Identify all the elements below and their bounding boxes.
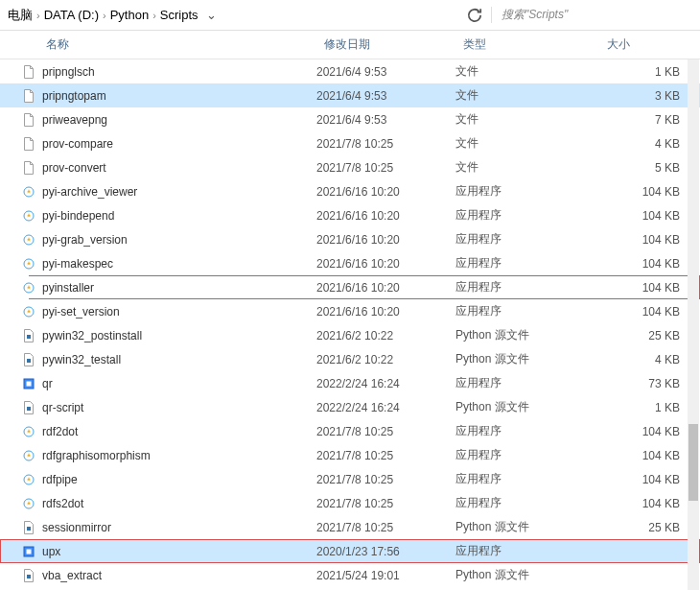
file-date: 2021/6/16 10:20 xyxy=(316,257,455,271)
file-row[interactable]: pripnglsch2021/6/4 9:53文件1 KB xyxy=(0,59,700,83)
file-row[interactable]: prov-compare2021/7/8 10:25文件4 KB xyxy=(0,131,700,155)
file-size: 104 KB xyxy=(599,497,686,510)
file-row[interactable]: qr2022/2/24 16:24应用程序73 KB xyxy=(0,371,700,395)
chevron-right-icon: › xyxy=(152,10,156,21)
breadcrumb-crumb[interactable]: 电脑 xyxy=(8,7,33,24)
file-size: 104 KB xyxy=(599,233,686,247)
file-row[interactable]: prov-convert2021/7/8 10:25文件5 KB xyxy=(0,155,700,179)
breadcrumb-crumb[interactable]: DATA (D:) xyxy=(44,8,99,22)
file-size: 104 KB xyxy=(599,305,686,319)
address-bar: 电脑 › DATA (D:) › Python › Scripts ⌄ 搜索"S… xyxy=(0,0,700,31)
file-type: 应用程序 xyxy=(455,471,599,487)
breadcrumb-dropdown-icon[interactable]: ⌄ xyxy=(206,8,217,22)
file-name: pyi-grab_version xyxy=(38,233,316,247)
file-size: 4 KB xyxy=(599,353,686,366)
file-date: 2021/6/16 10:20 xyxy=(316,209,455,223)
file-row[interactable]: qr-script2022/2/24 16:24Python 源文件1 KB xyxy=(0,395,700,419)
box-icon xyxy=(21,376,36,391)
file-type: 应用程序 xyxy=(455,207,599,224)
file-row[interactable]: rdfpipe2021/7/8 10:25应用程序104 KB xyxy=(0,467,700,491)
app-icon xyxy=(21,424,36,439)
file-type: 应用程序 xyxy=(455,447,599,463)
file-name: sessionmirror xyxy=(38,521,316,534)
file-row[interactable]: sessionmirror2021/7/8 10:25Python 源文件25 … xyxy=(0,515,700,539)
col-date[interactable]: 修改日期 xyxy=(316,36,455,53)
file-row[interactable]: upx2020/1/23 17:56应用程序 xyxy=(0,539,700,563)
box-icon xyxy=(21,544,36,559)
file-row[interactable]: pyi-grab_version2021/6/16 10:20应用程序104 K… xyxy=(0,227,700,251)
file-name: pywin32_postinstall xyxy=(38,329,316,342)
file-row[interactable]: pywin32_testall2021/6/2 10:22Python 源文件4… xyxy=(0,347,700,371)
app-icon xyxy=(21,232,36,248)
app-icon xyxy=(21,256,36,271)
file-type: Python 源文件 xyxy=(455,399,599,415)
file-row[interactable]: vba_extract2021/5/24 19:01Python 源文件 xyxy=(0,563,700,587)
file-row[interactable]: pripngtopam2021/6/4 9:53文件3 KB xyxy=(0,83,700,107)
file-name: pripnglsch xyxy=(38,65,316,79)
app-icon xyxy=(21,448,36,463)
file-type: 文件 xyxy=(455,111,599,128)
file-type: 文件 xyxy=(455,135,599,152)
file-row[interactable]: pywin32_postinstall2021/6/2 10:22Python … xyxy=(0,323,700,347)
refresh-button[interactable] xyxy=(464,5,485,26)
file-size: 3 KB xyxy=(599,89,686,103)
file-row[interactable]: pyi-makespec2021/6/16 10:20应用程序104 KB xyxy=(0,251,700,275)
file-name: vba_extract xyxy=(38,569,316,582)
file-type: 应用程序 xyxy=(455,375,599,391)
file-date: 2021/7/8 10:25 xyxy=(316,449,455,462)
app-icon xyxy=(21,304,36,319)
file-date: 2021/7/8 10:25 xyxy=(316,497,455,510)
file-date: 2020/1/23 17:56 xyxy=(316,545,455,558)
file-row[interactable]: rdf2dot2021/7/8 10:25应用程序104 KB xyxy=(0,419,700,443)
file-date: 2021/6/16 10:20 xyxy=(316,185,455,199)
file-type: Python 源文件 xyxy=(455,327,599,343)
col-size[interactable]: 大小 xyxy=(599,36,686,53)
file-row[interactable]: pyi-bindepend2021/6/16 10:20应用程序104 KB xyxy=(0,203,700,227)
file-size: 1 KB xyxy=(599,401,686,414)
file-row[interactable]: rdfgraphisomorphism2021/7/8 10:25应用程序104… xyxy=(0,443,700,467)
file-name: rdfs2dot xyxy=(38,497,316,510)
file-size: 104 KB xyxy=(599,257,686,271)
file-date: 2021/7/8 10:25 xyxy=(316,137,455,151)
file-row[interactable]: priweavepng2021/6/4 9:53文件7 KB xyxy=(0,107,700,131)
file-row[interactable]: pyinstaller2021/6/16 10:20应用程序104 KB xyxy=(0,275,700,299)
scrollbar-thumb[interactable] xyxy=(688,424,698,501)
file-name: prov-convert xyxy=(38,161,316,175)
file-size: 104 KB xyxy=(599,473,686,486)
file-name: rdfgraphisomorphism xyxy=(38,449,316,462)
file-name: pywin32_testall xyxy=(38,353,316,366)
file-name: upx xyxy=(38,545,316,558)
file-size: 73 KB xyxy=(599,377,686,390)
file-size: 25 KB xyxy=(599,521,686,534)
app-icon xyxy=(21,280,36,295)
file-row[interactable]: rdfs2dot2021/7/8 10:25应用程序104 KB xyxy=(0,491,700,515)
breadcrumb[interactable]: 电脑 › DATA (D:) › Python › Scripts ⌄ xyxy=(8,7,458,24)
file-type: 文件 xyxy=(455,63,599,80)
file-type: Python 源文件 xyxy=(455,519,599,535)
py-icon xyxy=(21,568,36,583)
search-input[interactable]: 搜索"Scripts" xyxy=(491,7,692,23)
file-date: 2021/6/2 10:22 xyxy=(316,329,455,342)
breadcrumb-crumb[interactable]: Scripts xyxy=(160,8,198,22)
file-name: qr-script xyxy=(38,401,316,414)
app-icon xyxy=(21,496,36,511)
file-date: 2022/2/24 16:24 xyxy=(316,401,455,414)
breadcrumb-crumb[interactable]: Python xyxy=(110,8,149,22)
file-list: pripnglsch2021/6/4 9:53文件1 KBpripngtopam… xyxy=(0,59,700,590)
file-type: 应用程序 xyxy=(455,495,599,511)
file-date: 2021/5/24 19:01 xyxy=(316,569,455,582)
file-name: pripngtopam xyxy=(38,89,316,103)
file-row[interactable]: pyi-archive_viewer2021/6/16 10:20应用程序104… xyxy=(0,179,700,203)
file-row[interactable]: pyi-set_version2021/6/16 10:20应用程序104 KB xyxy=(0,299,700,323)
column-header: 名称 修改日期 类型 大小 xyxy=(0,31,700,59)
col-name[interactable]: 名称 xyxy=(0,36,316,53)
file-size: 104 KB xyxy=(599,209,686,223)
file-name: pyi-archive_viewer xyxy=(38,185,316,199)
file-icon xyxy=(21,64,36,80)
py-icon xyxy=(21,520,36,535)
file-icon xyxy=(21,136,36,152)
py-icon xyxy=(21,400,36,415)
file-size: 104 KB xyxy=(599,449,686,462)
col-type[interactable]: 类型 xyxy=(455,36,599,53)
scrollbar[interactable] xyxy=(688,59,699,590)
